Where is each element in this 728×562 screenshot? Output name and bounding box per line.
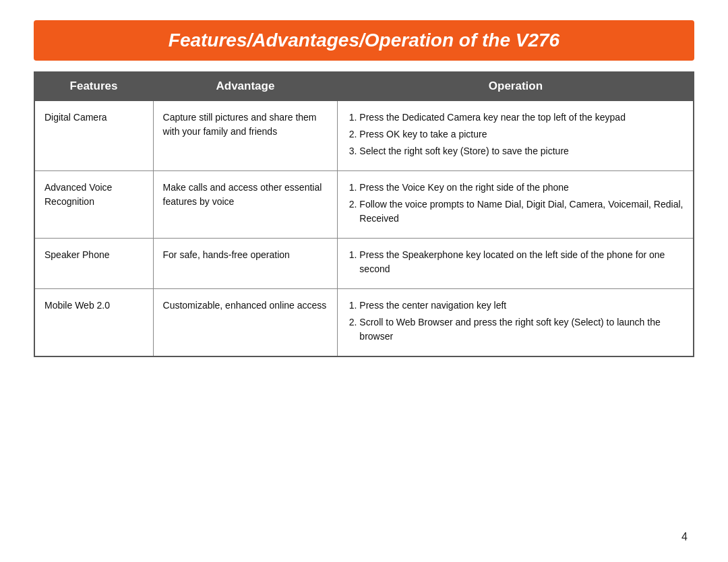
operation-digital-camera: Press the Dedicated Camera key near the … xyxy=(338,100,694,171)
table-row: Speaker Phone For safe, hands-free opera… xyxy=(34,239,694,289)
table-row: Digital Camera Capture still pictures an… xyxy=(34,100,694,171)
operation-item: Press the center navigation key left xyxy=(359,299,684,313)
operation-item: Press the Speakerphone key located on th… xyxy=(359,248,684,276)
page-title: Features/Advantages/Operation of the V27… xyxy=(34,20,694,61)
operation-item: Follow the voice prompts to Name Dial, D… xyxy=(359,197,684,226)
operation-mobile-web: Press the center navigation key left Scr… xyxy=(338,289,694,357)
col-header-operation: Operation xyxy=(338,72,694,100)
col-header-features: Features xyxy=(34,72,153,100)
operation-item: Select the right soft key (Store) to sav… xyxy=(359,144,684,158)
page-number: 4 xyxy=(681,531,688,543)
col-header-advantage: Advantage xyxy=(153,72,338,100)
feature-mobile-web: Mobile Web 2.0 xyxy=(34,289,153,357)
operation-item: Press the Voice Key on the right side of… xyxy=(359,181,684,195)
operation-item: Scroll to Web Browser and press the righ… xyxy=(359,315,684,344)
main-table: Features Advantage Operation Digital Cam… xyxy=(34,71,694,357)
operation-voice-recognition: Press the Voice Key on the right side of… xyxy=(338,171,694,239)
feature-voice-recognition: Advanced Voice Recognition xyxy=(34,171,153,239)
advantage-digital-camera: Capture still pictures and share them wi… xyxy=(153,100,338,171)
operation-item: Press the Dedicated Camera key near the … xyxy=(359,111,684,125)
advantage-mobile-web: Customizable, enhanced online access xyxy=(153,289,338,357)
operation-item: Press OK key to take a picture xyxy=(359,127,684,142)
feature-digital-camera: Digital Camera xyxy=(34,100,153,171)
feature-speaker-phone: Speaker Phone xyxy=(34,239,153,289)
table-row: Advanced Voice Recognition Make calls an… xyxy=(34,171,694,239)
operation-speaker-phone: Press the Speakerphone key located on th… xyxy=(338,239,694,289)
advantage-voice-recognition: Make calls and access other essential fe… xyxy=(153,171,338,239)
advantage-speaker-phone: For safe, hands-free operation xyxy=(153,239,338,289)
table-row: Mobile Web 2.0 Customizable, enhanced on… xyxy=(34,289,694,357)
